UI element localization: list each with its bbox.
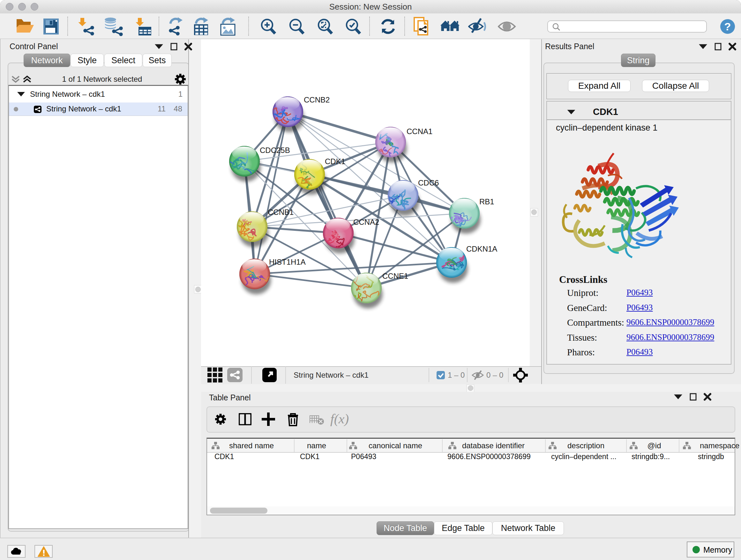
svg-text:CCNA2: CCNA2 <box>353 218 379 226</box>
svg-text:HIST1H1A: HIST1H1A <box>269 258 306 266</box>
svg-text:CCNA1: CCNA1 <box>407 127 432 136</box>
svg-text:CDC25B: CDC25B <box>260 146 290 154</box>
svg-text:CDKN1A: CDKN1A <box>466 245 497 253</box>
svg-text:RB1: RB1 <box>479 197 494 206</box>
svg-text:CCNB1: CCNB1 <box>268 208 293 216</box>
svg-text:CDK1: CDK1 <box>325 157 345 166</box>
svg-text:CCNB2: CCNB2 <box>304 96 330 104</box>
svg-text:CCNE1: CCNE1 <box>382 272 408 280</box>
svg-text:CDC6: CDC6 <box>418 179 439 187</box>
